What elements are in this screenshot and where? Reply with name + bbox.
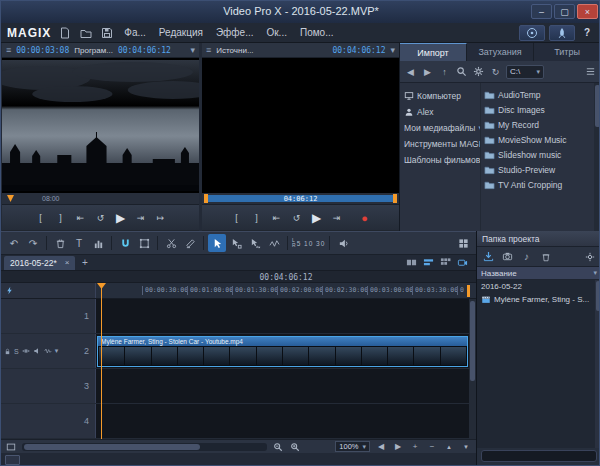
timeline-hscrollbar[interactable] [22, 443, 267, 451]
undo-button[interactable]: ↶ [5, 234, 23, 252]
tab-import[interactable]: Импорт [400, 43, 467, 61]
jump-end-button[interactable]: ⇥ [330, 210, 344, 226]
tree-item-media-files[interactable]: Мои медиафайлы ▾ [404, 120, 480, 136]
burn-disc-button[interactable] [519, 25, 545, 41]
scrollbar-thumb[interactable] [24, 444, 200, 450]
mixer-grid-icon[interactable] [454, 234, 472, 252]
column-header-name[interactable]: Название ▾ [477, 267, 600, 280]
video-clip[interactable]: Mylène Farmer, Sting - Stolen Car - Yout… [97, 336, 468, 367]
folder-item[interactable]: TV Anti Cropping [484, 177, 594, 192]
redo-button[interactable]: ↷ [24, 234, 42, 252]
sort-icon[interactable]: ▾ [593, 269, 597, 277]
track-4-header[interactable]: 4 [1, 404, 96, 438]
maximize-button[interactable]: ▢ [554, 4, 575, 19]
loop-button[interactable]: ↺ [290, 210, 304, 226]
layout-preview-icon[interactable] [5, 455, 20, 465]
monitor-options-icon[interactable]: ▾ [390, 45, 395, 55]
source-seekbar[interactable]: 04:06:12 [202, 193, 399, 205]
select-tool-button[interactable] [208, 234, 226, 252]
list-item-project[interactable]: 2016-05-22 [477, 280, 600, 293]
nav-forward-button[interactable]: ▶ [421, 65, 434, 78]
monitor-menu-icon[interactable]: ≡ [6, 45, 11, 55]
clip-title[interactable]: Mylène Farmer, Sting - Stolen Car - Yout… [98, 337, 467, 346]
storyboard-view-icon[interactable] [405, 256, 418, 269]
gear-icon[interactable] [583, 250, 596, 263]
scroll-up-button[interactable]: ▲ [443, 441, 455, 453]
delete-icon[interactable] [539, 250, 552, 263]
stretch-tool-button[interactable] [246, 234, 264, 252]
scroll-left-button[interactable]: ◀ [375, 441, 387, 453]
range-end-marker[interactable] [467, 285, 470, 297]
speaker-icon[interactable] [33, 347, 41, 355]
menu-help[interactable]: Помо... [297, 27, 337, 38]
record-button[interactable]: ● [358, 210, 372, 226]
jump-end-button[interactable]: ⇥ [134, 210, 148, 226]
playhead-line[interactable] [101, 283, 102, 439]
menu-edit[interactable]: Редакция [156, 27, 206, 38]
scroll-right-button[interactable]: ▶ [392, 441, 404, 453]
scrollbar-thumb[interactable] [596, 281, 600, 311]
import-icon[interactable] [482, 250, 495, 263]
save-icon[interactable] [100, 26, 114, 40]
mark-in-button[interactable]: [ [230, 210, 244, 226]
range-start-handle[interactable] [204, 194, 208, 203]
jump-start-button[interactable]: ⇤ [74, 210, 88, 226]
zoom-fit-icon[interactable] [272, 441, 284, 453]
lock-icon[interactable] [4, 348, 11, 355]
track-3-header[interactable]: 3 [1, 369, 96, 403]
scrollbar-thumb[interactable] [595, 85, 600, 127]
folder-item[interactable]: Slideshow music [484, 147, 594, 162]
mark-out-button[interactable]: ] [250, 210, 264, 226]
range-end-handle[interactable] [393, 194, 397, 203]
speaker-icon[interactable] [334, 234, 352, 252]
project-hscrollbar[interactable] [481, 450, 597, 462]
solo-icon[interactable]: S [14, 348, 19, 355]
razor-button[interactable] [181, 234, 199, 252]
workspace-icon[interactable] [5, 441, 17, 453]
monitor-options-icon[interactable]: ▾ [190, 45, 195, 55]
track-3[interactable]: 3 [1, 369, 476, 404]
tab-titles[interactable]: Титры [534, 43, 600, 61]
search-icon[interactable] [455, 65, 468, 78]
tab-close-icon[interactable]: × [65, 258, 70, 267]
tab-fades[interactable]: Затухания [467, 43, 534, 61]
play-button[interactable]: ▶ [114, 210, 128, 226]
mark-in-button[interactable]: [ [34, 210, 48, 226]
program-playhead-marker[interactable] [7, 195, 14, 202]
camera-icon[interactable] [501, 250, 514, 263]
next-frame-button[interactable]: ↦ [154, 210, 168, 226]
scissors-button[interactable] [162, 234, 180, 252]
track-1[interactable]: 1 [1, 299, 476, 334]
help-button[interactable]: ? [579, 25, 595, 41]
export-button[interactable] [549, 25, 575, 41]
folder-item[interactable]: Disc Images [484, 102, 594, 117]
overview-view-icon[interactable] [439, 256, 452, 269]
tree-item-magix-tools[interactable]: Инструменты MAGIX ▾ [404, 136, 480, 152]
new-project-icon[interactable] [58, 26, 72, 40]
waveform-icon[interactable] [44, 347, 52, 355]
folder-up-button[interactable]: ↑ [438, 65, 451, 78]
zoom-out-button[interactable]: − [426, 441, 438, 453]
minimize-button[interactable]: – [531, 4, 552, 19]
add-sequence-button[interactable]: + [78, 256, 91, 269]
open-project-icon[interactable] [79, 26, 93, 40]
play-button[interactable]: ▶ [310, 210, 324, 226]
scroll-down-button[interactable]: ▼ [460, 441, 472, 453]
timeline-ruler[interactable]: 00:00:30:00 00:01:00:00 00:01:30:00 00:0… [1, 283, 476, 299]
tree-item-computer[interactable]: Компьютер [404, 88, 480, 104]
track-2-header[interactable]: S ▾ 2 [1, 334, 96, 368]
zoom-in-button[interactable]: + [409, 441, 421, 453]
scrollbar-thumb[interactable] [470, 301, 475, 381]
menu-file[interactable]: Фа... [121, 27, 149, 38]
close-button[interactable]: × [577, 4, 598, 19]
project-list-scrollbar[interactable] [595, 280, 600, 448]
view-list-icon[interactable] [584, 65, 597, 78]
loop-button[interactable]: ↺ [94, 210, 108, 226]
tracks-scrollbar[interactable] [469, 299, 476, 439]
title-tool-button[interactable]: T [70, 234, 88, 252]
folder-item[interactable]: AudioTemp [484, 87, 594, 102]
monitor-menu-icon[interactable]: ≡ [206, 45, 211, 55]
magnet-snap-button[interactable] [116, 234, 134, 252]
jump-start-button[interactable]: ⇤ [270, 210, 284, 226]
gear-icon[interactable] [472, 65, 485, 78]
